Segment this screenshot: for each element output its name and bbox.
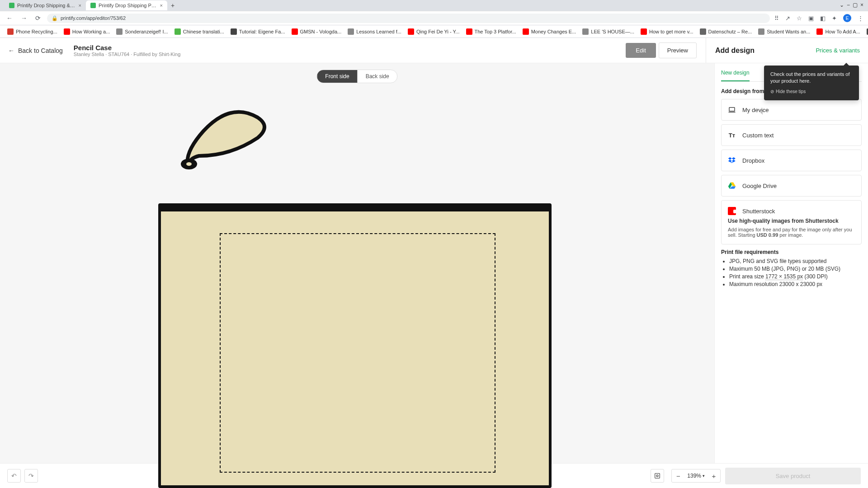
- app: ← Back to Catalog Pencil Case Stanley St…: [0, 38, 868, 488]
- back-to-catalog-button[interactable]: ← Back to Catalog: [8, 47, 63, 54]
- bookmark-item[interactable]: Phone Recycling...: [5, 27, 60, 36]
- bookmark-item[interactable]: Sonderanzeigef! I...: [113, 27, 170, 36]
- url-bar: ← → ⟳ 🔒 printify.com/app/editor/753/62 ⠿…: [0, 11, 868, 25]
- bookmark-label: Student Wants an...: [767, 29, 810, 34]
- side-front-button[interactable]: Front side: [317, 70, 357, 83]
- extensions-icon[interactable]: ✦: [832, 15, 837, 22]
- reqs-title: Print file requirements: [721, 249, 862, 255]
- bookmark-favicon-icon: [292, 28, 298, 35]
- zoom-value[interactable]: 139% ▾: [684, 473, 708, 479]
- source-label: My device: [742, 107, 769, 113]
- bookmark-label: How to get more v...: [649, 29, 693, 34]
- bookmark-label: Phone Recycling...: [16, 29, 57, 34]
- bookmark-label: LEE 'S HOUSE—...: [591, 29, 634, 34]
- browser-tab-active[interactable]: Printify Drop Shipping Print o... ×: [86, 0, 167, 10]
- redo-button[interactable]: ↷: [24, 469, 38, 483]
- back-icon[interactable]: ←: [5, 14, 14, 23]
- chevron-down-icon[interactable]: ⌄: [840, 2, 844, 8]
- reload-icon[interactable]: ⟳: [33, 14, 42, 23]
- product-meta: Pencil Case Stanley Stella · STAU764 · F…: [74, 44, 180, 57]
- bookmark-item[interactable]: Chinese translati...: [172, 27, 227, 36]
- bookmark-item[interactable]: Lessons Learned f...: [345, 27, 404, 36]
- menu-icon[interactable]: ⋮: [858, 15, 863, 22]
- print-area[interactable]: [220, 233, 495, 473]
- star-icon[interactable]: ☆: [797, 15, 802, 22]
- bookmark-bar: Phone Recycling...How Working a...Sonder…: [0, 25, 868, 38]
- window-minimize-icon[interactable]: −: [847, 2, 850, 8]
- bookmark-label: Qing Fei De Yi - Y...: [416, 29, 460, 34]
- bookmark-favicon-icon: [116, 28, 123, 35]
- bookmark-item[interactable]: Download – Cooki...: [864, 27, 868, 36]
- arrow-left-icon: ←: [8, 47, 14, 54]
- bookmark-favicon-icon: [700, 28, 706, 35]
- bookmark-favicon-icon: [7, 28, 14, 35]
- preview-button[interactable]: Preview: [659, 42, 697, 58]
- forward-icon[interactable]: →: [19, 14, 29, 23]
- edit-button[interactable]: Edit: [626, 43, 656, 58]
- translate-icon[interactable]: ⠿: [774, 15, 779, 22]
- new-tab-button[interactable]: +: [171, 2, 175, 9]
- canvas[interactable]: Front side Back side: [0, 63, 714, 463]
- bookmark-item[interactable]: Qing Fei De Yi - Y...: [405, 27, 462, 36]
- req-item: Maximum resolution 23000 x 23000 px: [729, 281, 862, 287]
- req-item: Maximum 50 MB (JPG, PNG) or 20 MB (SVG): [729, 266, 862, 272]
- text-icon: Tт: [728, 131, 736, 139]
- window-close-icon[interactable]: ×: [860, 2, 863, 8]
- bookmark-favicon-icon: [175, 28, 181, 35]
- product-mockup: [158, 149, 552, 488]
- bookmark-item[interactable]: How Working a...: [61, 27, 113, 36]
- bookmark-item[interactable]: Money Changes E...: [520, 27, 579, 36]
- chevron-down-icon: ▾: [703, 474, 705, 478]
- shutterstock-headline: Use high-quality images from Shutterstoc…: [728, 218, 855, 224]
- tooltip-text: Check out the prices and variants of you…: [770, 71, 853, 85]
- bookmark-item[interactable]: LEE 'S HOUSE—...: [580, 27, 637, 36]
- zoom-out-button[interactable]: −: [672, 469, 684, 482]
- source-google-drive[interactable]: Google Drive: [721, 175, 862, 197]
- window-maximize-icon[interactable]: ▢: [853, 2, 858, 8]
- source-custom-text[interactable]: Tт Custom text: [721, 124, 862, 146]
- bookmark-item[interactable]: Datenschutz – Re...: [697, 27, 755, 36]
- bookmark-item[interactable]: Tutorial: Eigene Fa...: [228, 27, 288, 36]
- hide-tips-button[interactable]: ⊘ Hide these tips: [770, 89, 853, 95]
- tab-title: Printify Drop Shipping Print o...: [99, 3, 157, 8]
- bookmark-label: Money Changes E...: [531, 29, 576, 34]
- extension-icon[interactable]: ▣: [808, 15, 814, 22]
- share-icon[interactable]: ↗: [785, 15, 790, 22]
- shutterstock-icon: [728, 207, 736, 215]
- close-icon[interactable]: ×: [160, 3, 163, 8]
- fit-view-button[interactable]: [651, 469, 664, 483]
- side-toggle: Front side Back side: [316, 70, 397, 83]
- prices-variants-link[interactable]: Prices & variants: [816, 47, 860, 54]
- bookmark-item[interactable]: GMSN - Vologda...: [289, 27, 344, 36]
- bookmark-label: Datenschutz – Re...: [708, 29, 752, 34]
- divider: [706, 38, 706, 63]
- undo-button[interactable]: ↶: [7, 469, 21, 483]
- tooltip: Check out the prices and variants of you…: [764, 66, 859, 100]
- url-field[interactable]: 🔒 printify.com/app/editor/753/62: [47, 14, 770, 23]
- hide-label: Hide these tips: [776, 89, 806, 95]
- bookmark-item[interactable]: How to get more v...: [638, 27, 696, 36]
- back-label: Back to Catalog: [18, 47, 63, 54]
- url-actions: ⠿ ↗ ☆ ▣ ◧ ✦ E ⋮: [774, 14, 863, 22]
- bookmark-item[interactable]: The Top 3 Platfor...: [463, 27, 519, 36]
- tab-bar: Printify Drop Shipping & Print... × Prin…: [0, 0, 868, 11]
- print-requirements: Print file requirements JPG, PNG and SVG…: [721, 249, 862, 287]
- bookmark-item[interactable]: How To Add A...: [814, 27, 863, 36]
- zipper-pull-icon: [154, 106, 280, 171]
- browser-tab[interactable]: Printify Drop Shipping & Print... ×: [5, 0, 86, 10]
- req-item: JPG, PNG and SVG file types supported: [729, 258, 862, 264]
- source-dropbox[interactable]: Dropbox: [721, 150, 862, 171]
- zoom-in-button[interactable]: +: [708, 469, 720, 482]
- bookmark-label: Lessons Learned f...: [356, 29, 401, 34]
- bookmark-favicon-icon: [523, 28, 529, 35]
- tooltip-arrow-icon: [844, 63, 849, 66]
- extension-icon[interactable]: ◧: [820, 15, 826, 22]
- avatar[interactable]: E: [843, 14, 851, 22]
- side-back-button[interactable]: Back side: [358, 70, 397, 83]
- close-icon[interactable]: ×: [79, 3, 81, 8]
- bookmark-item[interactable]: Student Wants an...: [755, 27, 813, 36]
- source-shutterstock[interactable]: Shutterstock Use high-quality images fro…: [721, 200, 862, 244]
- tab-new-design[interactable]: New design: [721, 70, 750, 81]
- url-text: printify.com/app/editor/753/62: [61, 15, 126, 21]
- source-my-device[interactable]: My device ☟: [721, 99, 862, 121]
